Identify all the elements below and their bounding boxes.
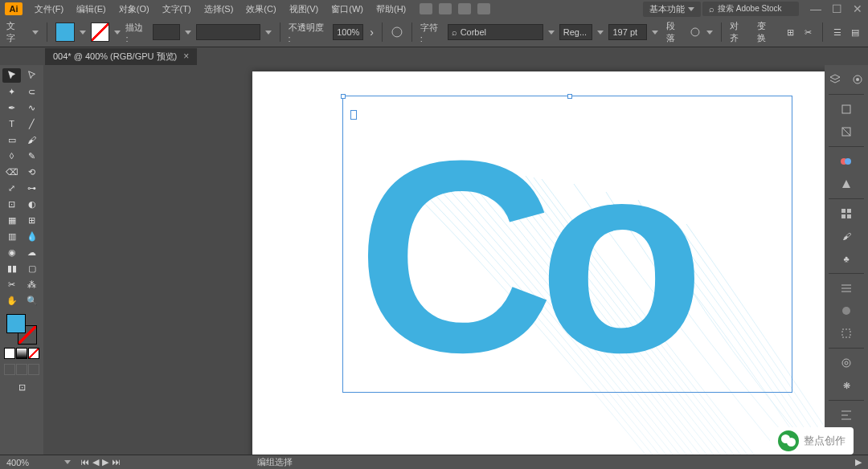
libraries-panel-icon[interactable]	[848, 70, 867, 89]
draw-normal-icon[interactable]	[4, 364, 15, 375]
asset-export-panel-icon[interactable]	[837, 122, 856, 141]
crop-icon[interactable]: ✂	[801, 26, 814, 39]
appearance-panel-icon[interactable]	[837, 353, 856, 373]
draw-inside-icon[interactable]	[28, 364, 39, 375]
fill-swatch[interactable]	[55, 22, 75, 42]
gradient-tool[interactable]: ▥	[2, 229, 21, 243]
arrange-icon[interactable]	[458, 3, 471, 14]
blend-tool[interactable]: ◉	[2, 245, 21, 259]
chevron-down-icon[interactable]	[597, 31, 604, 35]
menu-effect[interactable]: 效果(C)	[240, 1, 281, 18]
paragraph-menu-icon[interactable]	[689, 26, 702, 39]
eyedropper2-tool[interactable]: ⁂	[23, 277, 41, 292]
mesh-tool[interactable]: ⊞	[23, 213, 41, 227]
font-family-input[interactable]: ⌕ Corbel	[448, 24, 543, 40]
type-tool[interactable]: T	[2, 116, 21, 131]
artboards-panel-icon[interactable]	[837, 100, 856, 119]
color-mode-icon[interactable]	[4, 348, 15, 359]
search-stock-input[interactable]: ⌕ 搜索 Adobe Stock	[702, 2, 799, 16]
menu-window[interactable]: 窗口(W)	[326, 1, 369, 18]
close-window-button[interactable]: ✕	[852, 3, 863, 14]
artboard-tool[interactable]: ▢	[23, 261, 41, 275]
graphic-styles-panel-icon[interactable]: ❋	[837, 376, 856, 395]
menu-type[interactable]: 文字(T)	[157, 1, 197, 18]
font-size-input[interactable]: 197 pt	[608, 24, 647, 40]
paragraph-label[interactable]: 段落	[666, 20, 684, 44]
recolor-icon[interactable]	[391, 26, 403, 39]
bridge-icon[interactable]	[420, 3, 432, 14]
prev-artboard-button[interactable]: ◀	[92, 457, 99, 467]
color-panel-icon[interactable]	[837, 152, 856, 171]
none-mode-icon[interactable]	[28, 348, 39, 359]
font-style-input[interactable]: Reg...	[559, 24, 593, 40]
brushes-panel-icon[interactable]: 🖌	[837, 226, 856, 246]
gpu-icon[interactable]	[477, 3, 490, 14]
next-artboard-button[interactable]: ▶	[102, 457, 108, 467]
rectangle-tool[interactable]: ▭	[2, 133, 21, 147]
pen-tool[interactable]: ✒	[2, 100, 21, 115]
eyedropper-tool[interactable]: 💧	[23, 229, 41, 243]
menu-help[interactable]: 帮助(H)	[371, 1, 411, 18]
gradient-mode-icon[interactable]	[16, 348, 27, 359]
curvature-tool[interactable]: ∿	[23, 100, 41, 115]
hand-tool[interactable]: ✋	[2, 293, 21, 308]
pencil-tool[interactable]: ✎	[23, 149, 41, 163]
stroke-width-input[interactable]	[153, 24, 180, 40]
chevron-down-icon[interactable]	[32, 31, 39, 35]
free-transform-tool[interactable]: ⊡	[2, 197, 21, 211]
menu-object[interactable]: 对象(O)	[113, 1, 155, 18]
slice-tool[interactable]: ✂	[2, 277, 21, 292]
preferences-icon[interactable]: ☰	[831, 26, 844, 39]
align-panel-icon[interactable]	[837, 406, 856, 425]
scale-tool[interactable]: ⤢	[2, 181, 21, 195]
menu-select[interactable]: 选择(S)	[199, 1, 240, 18]
canvas[interactable]: Co	[43, 65, 825, 455]
zoom-tool[interactable]: 🔍	[23, 293, 41, 308]
scroll-indicator[interactable]: ▶	[855, 457, 862, 467]
chevron-down-icon[interactable]	[706, 31, 713, 35]
zoom-selector[interactable]: 400%	[6, 458, 71, 467]
menu-edit[interactable]: 编辑(E)	[71, 1, 112, 18]
panel-menu-icon[interactable]: ▤	[849, 26, 862, 39]
draw-behind-icon[interactable]	[16, 364, 27, 375]
workspace-switcher[interactable]: 基本功能	[643, 2, 701, 17]
chevron-down-icon[interactable]	[548, 31, 555, 35]
stock-icon[interactable]	[439, 3, 452, 14]
stroke-panel-icon[interactable]	[837, 279, 856, 298]
close-tab-button[interactable]: ×	[183, 51, 189, 62]
opacity-more-icon[interactable]: ›	[370, 26, 374, 39]
brush-tool[interactable]: 🖌	[23, 133, 41, 147]
symbols-panel-icon[interactable]: ♣	[837, 249, 856, 268]
direct-selection-tool[interactable]	[23, 68, 41, 83]
transform-label[interactable]: 变换	[757, 20, 775, 44]
swatches-panel-icon[interactable]	[837, 204, 856, 223]
magic-wand-tool[interactable]: ✦	[2, 84, 21, 99]
stroke-swatch[interactable]	[91, 22, 110, 42]
chevron-down-icon[interactable]	[652, 31, 658, 35]
chevron-down-icon[interactable]	[185, 31, 191, 35]
first-artboard-button[interactable]: ⏮	[80, 457, 89, 467]
shape-builder-tool[interactable]: ◐	[23, 197, 41, 211]
line-tool[interactable]: ╱	[23, 116, 41, 131]
menu-file[interactable]: 文件(F)	[29, 1, 69, 18]
perspective-tool[interactable]: ▦	[2, 213, 21, 227]
last-artboard-button[interactable]: ⏭	[112, 457, 121, 467]
minimize-button[interactable]: —	[810, 3, 821, 14]
lasso-tool[interactable]: ⊂	[23, 84, 41, 99]
align-label[interactable]: 对齐	[730, 20, 747, 44]
gradient-panel-icon[interactable]	[837, 301, 856, 320]
symbol-tool[interactable]: ☁	[23, 245, 41, 259]
fill-color[interactable]	[6, 314, 26, 333]
isolate-icon[interactable]: ⊞	[784, 26, 796, 39]
handle-tc[interactable]	[567, 94, 572, 99]
maximize-button[interactable]: ☐	[831, 3, 842, 14]
shaper-tool[interactable]: ◊	[2, 149, 21, 163]
fill-stroke-selector[interactable]	[6, 314, 37, 345]
handle-tl[interactable]	[341, 94, 346, 99]
menu-view[interactable]: 视图(V)	[284, 1, 325, 18]
opacity-input[interactable]: 100%	[333, 24, 363, 40]
graph-tool[interactable]: ▮▮	[2, 261, 21, 275]
chevron-down-icon[interactable]	[114, 31, 121, 35]
chevron-down-icon[interactable]	[80, 31, 86, 35]
eraser-tool[interactable]: ⌫	[2, 165, 21, 179]
